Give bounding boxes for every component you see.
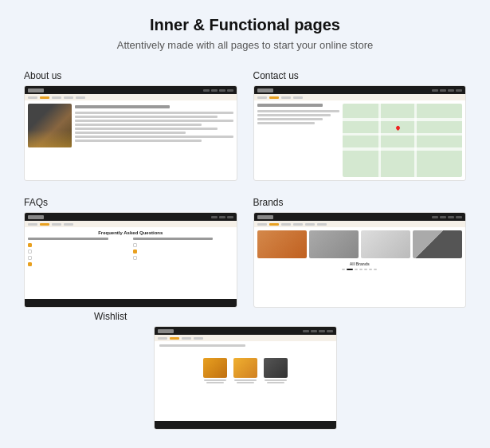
wishlist-breadcrumb-bar — [155, 341, 336, 350]
contact-nav — [254, 86, 466, 94]
faqs-card: Frequently Asked Questions — [24, 212, 237, 308]
subnav-item-active — [269, 96, 279, 99]
about-content — [25, 100, 237, 180]
brands-section: Brands — [253, 197, 467, 308]
product-image-3 — [264, 358, 288, 378]
brand-image-4 — [413, 230, 462, 258]
product-item-2 — [233, 358, 257, 383]
product-price — [206, 382, 224, 383]
text-line — [75, 136, 233, 138]
brands-dot — [369, 269, 372, 270]
map-road-v — [378, 104, 381, 177]
contact-text — [257, 104, 323, 107]
subnav-item — [64, 223, 73, 226]
wishlist-products-row — [159, 358, 331, 383]
brands-nav-links — [432, 216, 462, 218]
faq-item — [28, 242, 128, 247]
faq-bottom-bar — [25, 299, 237, 307]
subnav-item-active — [170, 337, 179, 340]
subnav-item — [257, 96, 267, 99]
product-title — [204, 379, 226, 381]
subnav-item — [317, 223, 327, 226]
nav-link — [211, 89, 218, 92]
faq-col-left — [28, 238, 128, 268]
subnav-item — [281, 96, 291, 99]
about-text-block — [75, 104, 233, 177]
subnav-item — [76, 96, 85, 99]
nav-link — [448, 216, 454, 218]
subnav-item — [52, 96, 61, 99]
contact-left-panel — [257, 104, 339, 177]
map-road-v2 — [414, 104, 417, 177]
text-line — [75, 140, 202, 142]
subnav-item — [194, 337, 203, 340]
nav-link — [327, 330, 333, 332]
faq-checkbox — [133, 243, 137, 247]
brand-image-1 — [257, 230, 307, 258]
brands-dot — [342, 269, 345, 270]
faq-col-right — [133, 238, 233, 268]
about-image — [28, 104, 72, 147]
faq-content: Frequently Asked Questions — [25, 227, 237, 307]
subnav-item — [293, 96, 303, 99]
map-road-h2 — [343, 133, 463, 136]
text-line — [75, 120, 233, 122]
faq-checkbox — [28, 243, 32, 247]
map-pin-icon — [395, 125, 401, 131]
wishlist-content — [155, 350, 336, 430]
text-line — [75, 116, 218, 118]
brand-image-2 — [309, 230, 359, 258]
subnav-item — [305, 223, 315, 226]
nav-link — [203, 89, 210, 92]
faq-item — [133, 249, 233, 253]
faqs-nav — [25, 213, 237, 221]
faqs-nav-links — [211, 216, 233, 218]
nav-link — [448, 89, 454, 92]
subnav-item — [28, 223, 37, 226]
product-price — [267, 382, 284, 383]
product-image-2 — [233, 358, 257, 378]
map-road-h3 — [343, 147, 463, 151]
wishlist-nav-links — [303, 330, 333, 332]
brands-dot — [355, 269, 358, 270]
contact-us-card: Our Staff — [253, 85, 467, 181]
nav-link — [456, 216, 462, 218]
about-us-label: About us — [24, 70, 237, 81]
faq-item — [133, 242, 233, 247]
faqs-label: FAQs — [24, 197, 237, 208]
about-nav — [25, 86, 237, 94]
brands-content: All Brands — [254, 227, 466, 307]
brands-bottom-text: All Brands — [257, 261, 463, 266]
about-subnav — [25, 94, 237, 100]
text-line — [75, 124, 202, 126]
brands-nav — [254, 213, 466, 221]
faq-item — [28, 261, 128, 266]
nav-link — [227, 216, 233, 218]
product-item-1 — [203, 358, 227, 383]
contact-bottom-text: Our Staff — [254, 180, 466, 181]
page-title: Inner & Functional pages — [150, 16, 340, 34]
nav-link — [456, 89, 462, 92]
subnav-item — [158, 337, 167, 340]
nav-link — [440, 89, 446, 92]
brands-dot — [359, 269, 363, 270]
faq-columns — [28, 238, 233, 268]
contact-nav-logo — [257, 88, 273, 92]
brands-nav-logo — [257, 215, 273, 219]
page-subtitle: Attentively made with all pages to start… — [117, 39, 374, 51]
wishlist-subnav — [155, 335, 336, 341]
brand-image-3 — [361, 230, 410, 258]
contact-us-label: Contact us — [253, 70, 467, 81]
about-nav-logo — [28, 88, 44, 92]
faq-section-title — [28, 238, 108, 240]
subnav-item-active — [269, 223, 279, 226]
brands-dot — [364, 269, 367, 270]
faqs-subnav — [25, 221, 237, 227]
faq-section-title2 — [133, 238, 214, 240]
product-price — [237, 382, 254, 383]
subnav-item — [293, 223, 303, 226]
nav-link — [211, 216, 218, 218]
about-bottom-text: WHY CHOOSE US — [25, 180, 237, 181]
brands-subnav — [254, 221, 466, 227]
subnav-item-active — [40, 223, 49, 226]
